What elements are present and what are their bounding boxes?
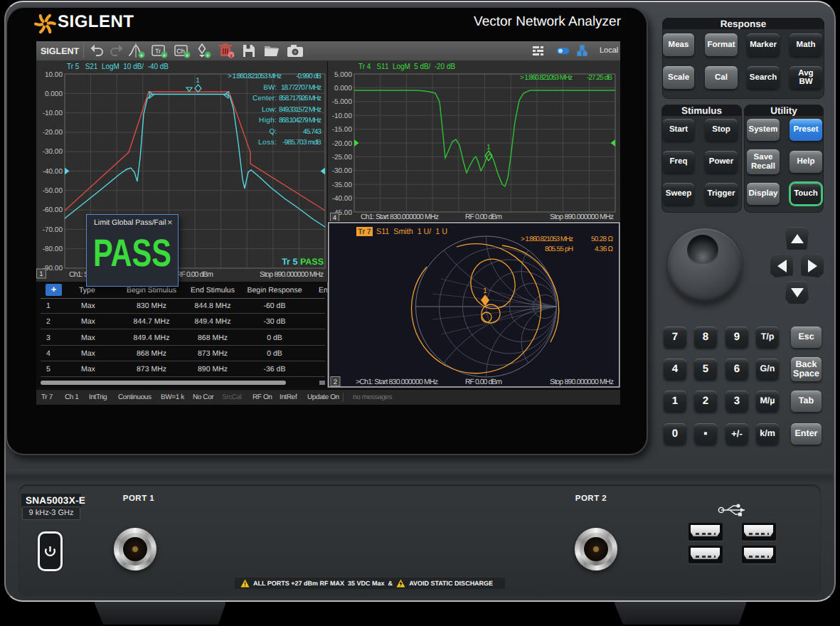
svg-text:-15.00: -15.00 xyxy=(332,126,353,134)
svg-text:Low:: Low: xyxy=(262,106,277,114)
svg-text:-50.00: -50.00 xyxy=(43,187,63,195)
svg-text:> 1:860.821053 MHz: > 1:860.821053 MHz xyxy=(520,74,573,82)
svg-text:868.104279 MHz: 868.104279 MHz xyxy=(279,117,321,124)
svg-text:1: 1 xyxy=(39,270,43,278)
svg-text:RF 0.00 dBm: RF 0.00 dBm xyxy=(465,213,502,221)
svg-text:18.772707 MHz: 18.772707 MHz xyxy=(281,84,321,92)
svg-text:2: 2 xyxy=(334,378,337,386)
svg-text:805.55 pH: 805.55 pH xyxy=(545,245,573,253)
svg-text:-40.00: -40.00 xyxy=(332,195,353,203)
svg-text:1: 1 xyxy=(196,77,200,85)
svg-text:50.28 Ω: 50.28 Ω xyxy=(591,235,614,243)
svg-text:5.000: 5.000 xyxy=(334,71,352,79)
svg-text:-10.00: -10.00 xyxy=(332,112,353,120)
svg-text:!: ! xyxy=(244,580,246,588)
svg-text:Stop 890.000000 MHz: Stop 890.000000 MHz xyxy=(260,270,324,279)
svg-text:S11 Smith 1 U/ 1 U: S11 Smith 1 U/ 1 U xyxy=(376,228,447,236)
svg-text:Stop 890.000000 MHz: Stop 890.000000 MHz xyxy=(550,378,614,386)
svg-text:-40.00: -40.00 xyxy=(43,168,63,176)
svg-text:> 1:860.821053 MHz: > 1:860.821053 MHz xyxy=(228,73,282,80)
svg-text:Ch: Ch xyxy=(176,48,185,55)
svg-text:>Ch1: Start 830.000000 MHz: >Ch1: Start 830.000000 MHz xyxy=(356,378,438,386)
svg-text:Q:: Q: xyxy=(269,128,277,136)
svg-text:RF 0.00 dBm: RF 0.00 dBm xyxy=(465,378,502,386)
svg-text:-985.703 mdB: -985.703 mdB xyxy=(282,139,321,147)
svg-text:Center:: Center: xyxy=(252,95,277,102)
svg-text:45.743: 45.743 xyxy=(303,128,321,136)
svg-text:PASS: PASS xyxy=(93,232,171,275)
svg-text:-30.00: -30.00 xyxy=(332,167,353,175)
svg-text:x: x xyxy=(230,52,233,59)
svg-text:858.717926 MHz: 858.717926 MHz xyxy=(279,95,321,102)
svg-text:Loss:: Loss: xyxy=(258,139,277,147)
svg-text:Ch1: Start 830.000000 MHz: Ch1: Start 830.000000 MHz xyxy=(361,213,439,221)
svg-text:Tr 4 S11 LogM 5 dB/ -20 d: Tr 4 S11 LogM 5 dB/ -20 dB xyxy=(358,63,455,71)
svg-text:-35.00: -35.00 xyxy=(332,181,353,189)
svg-text:-10.00: -10.00 xyxy=(43,110,63,117)
svg-text:+: + xyxy=(139,52,143,59)
svg-text:+: + xyxy=(185,52,188,59)
svg-text:RF 0.00 dBm: RF 0.00 dBm xyxy=(176,270,213,279)
svg-text:0.000: 0.000 xyxy=(45,90,63,98)
svg-text:PASS: PASS xyxy=(300,257,324,267)
svg-text:1: 1 xyxy=(483,287,487,295)
svg-text:+: + xyxy=(162,52,166,59)
svg-text:4.36 Ω: 4.36 Ω xyxy=(595,245,614,253)
svg-text:-20.00: -20.00 xyxy=(43,129,63,137)
svg-text:Stop 890.000000 MHz: Stop 890.000000 MHz xyxy=(550,213,614,221)
svg-text:Tr: Tr xyxy=(155,48,161,55)
svg-text:BW:: BW: xyxy=(263,84,277,92)
svg-text:Tr 5 S21 LogM 10 dB/ -40: Tr 5 S21 LogM 10 dB/ -40 dB xyxy=(67,63,169,71)
svg-text:-60.00: -60.00 xyxy=(43,206,63,214)
svg-text:10.00: 10.00 xyxy=(45,71,63,79)
svg-text:Tr 7: Tr 7 xyxy=(358,228,371,236)
svg-text:-0.990 dB: -0.990 dB xyxy=(296,73,321,80)
svg-text:High:: High: xyxy=(259,117,277,124)
svg-text:-27.25 dB: -27.25 dB xyxy=(587,74,612,82)
svg-text:-5.000: -5.000 xyxy=(332,98,353,106)
svg-text:4: 4 xyxy=(333,214,336,221)
svg-text:-80.00: -80.00 xyxy=(43,245,63,253)
svg-text:0.000: 0.000 xyxy=(334,85,352,92)
svg-text:-70.00: -70.00 xyxy=(43,226,63,234)
svg-text:-30.00: -30.00 xyxy=(43,148,63,156)
svg-text:> 1:860.821053 MHz: > 1:860.821053 MHz xyxy=(521,235,573,243)
svg-text:-20.00: -20.00 xyxy=(332,140,353,148)
svg-text:+: + xyxy=(206,52,209,59)
svg-text:-25.00: -25.00 xyxy=(332,154,353,161)
svg-text:849.331572 MHz: 849.331572 MHz xyxy=(279,106,321,114)
